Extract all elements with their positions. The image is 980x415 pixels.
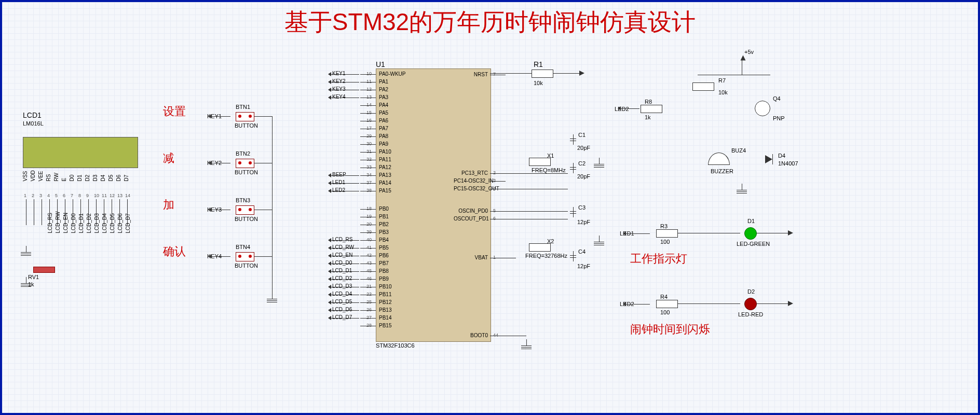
d1-val: LED-GREEN — [737, 241, 770, 247]
mcu-pin-name: NRST — [454, 72, 488, 77]
wire — [506, 219, 568, 219]
mcu-pin-num: 46 — [366, 276, 372, 281]
lcd-pin-label: RS — [46, 174, 51, 182]
mcu-pin-name: PA10 — [379, 149, 391, 155]
r7-val: 10k — [718, 89, 728, 95]
mcu-pin-num: 1 — [493, 255, 496, 260]
wire — [360, 82, 376, 82]
r3-ref: R3 — [660, 223, 668, 229]
mcu-ref: U1 — [376, 60, 385, 68]
mcu-chip — [376, 68, 491, 342]
mcu-net-label: LED1 — [332, 179, 345, 185]
lcd-pin-num: 2 — [32, 193, 34, 198]
lcd-pin-label: D7 — [124, 175, 129, 182]
lcd-pin-num: 3 — [39, 193, 42, 198]
lcd-pin-num: 5 — [55, 193, 58, 198]
mcu-pin-name: PB9 — [379, 276, 389, 282]
resistor-r3 — [656, 229, 678, 238]
mcu-net-label: KEY1 — [332, 71, 346, 76]
mcu-pin-num: 12 — [366, 87, 372, 92]
transistor-q4 — [755, 101, 770, 116]
mcu-pin-name: PA4 — [379, 102, 388, 108]
mcu-pin-num: 2 — [493, 170, 496, 175]
r1-val: 10k — [534, 80, 543, 86]
wire — [490, 75, 506, 75]
wire — [490, 258, 506, 258]
cap-c1 — [573, 134, 574, 145]
x1-val: FREQ=8MHz — [532, 167, 566, 173]
lcd-part: LM016L — [23, 120, 44, 127]
mcu-pin-name: OSCIN_PD0 — [454, 208, 488, 214]
lcd-pin-label: D3 — [92, 175, 98, 182]
wire — [360, 113, 376, 114]
r8-ref: R8 — [645, 99, 652, 105]
lcd-pin-num: 6 — [63, 193, 65, 198]
lcd-pin-num: 10 — [94, 193, 99, 198]
wire — [553, 73, 579, 74]
lcd-net-label: LCD_EN — [63, 213, 69, 233]
mcu-pin-name: PA7 — [379, 126, 388, 131]
wire — [360, 256, 376, 256]
mcu-pin-name: PB3 — [379, 229, 389, 235]
mcu-pin-num: 32 — [366, 157, 372, 162]
mcu-pin-name: PC13_RTC — [454, 170, 488, 176]
button-ref: BTN1 — [236, 104, 250, 110]
cap-c4 — [573, 251, 574, 261]
mcu-net-label: LCD_D0 — [332, 260, 352, 266]
mcu-pin-num: 44 — [493, 333, 498, 338]
wire — [360, 287, 376, 287]
mcu-net-label: LCD_D5 — [332, 299, 352, 305]
lcd-pin-num: 1 — [24, 193, 26, 198]
mcu-pin-name: PB11 — [379, 292, 391, 297]
wire — [360, 271, 376, 272]
x1-ref: X1 — [547, 153, 554, 159]
wire — [360, 326, 376, 326]
mcu-pin-num: 33 — [366, 164, 372, 170]
lcd-net-label: LCD_D3 — [94, 213, 100, 233]
button-caption: 设置 — [163, 104, 186, 119]
mcu-pin-num: 30 — [366, 141, 372, 146]
net-label — [624, 304, 650, 305]
mcu-pin-num: 40 — [366, 237, 372, 242]
button-btn4 — [236, 252, 254, 261]
mcu-pin-name: PB0 — [379, 206, 389, 212]
mcu-pin-num: 31 — [366, 149, 372, 154]
wire — [506, 336, 526, 336]
mcu-pin-name: PB7 — [379, 260, 389, 266]
mcu-pin-name: PB5 — [379, 245, 389, 251]
wire — [360, 225, 376, 225]
wire — [490, 211, 506, 212]
mcu-net-label: LCD_RW — [332, 244, 354, 250]
mcu-net-label: LCD_D2 — [332, 275, 352, 281]
mcu-pin-name: VBAT — [454, 255, 488, 260]
wire — [254, 163, 272, 163]
wire — [360, 152, 376, 153]
lcd-pin-num: 14 — [125, 193, 130, 198]
mcu-pin-num: 4 — [493, 186, 496, 191]
lcd-pin-label: D4 — [100, 175, 106, 182]
lcd-pin-num: 11 — [102, 193, 107, 198]
led-d1 — [744, 227, 757, 240]
mcu-pin-num: 14 — [366, 102, 372, 107]
mcu-pin-num: 25 — [366, 299, 372, 305]
net-label — [210, 163, 230, 163]
button-caption: 确认 — [163, 244, 186, 259]
net-label — [624, 233, 650, 234]
mcu-pin-num: 13 — [366, 94, 372, 100]
cap-c3 — [573, 207, 574, 217]
lcd-pin-label: E — [61, 178, 67, 182]
wire — [678, 303, 740, 304]
wire — [360, 302, 376, 303]
mcu-net-label: LCD_D3 — [332, 283, 352, 289]
net-label — [210, 256, 230, 257]
mcu-pin-name: PB14 — [379, 315, 391, 321]
mcu-pin-num: 39 — [366, 229, 372, 234]
mcu-pin-name: PA15 — [379, 188, 391, 193]
schematic-title: 基于STM32的万年历时钟闹钟仿真设计 — [2, 6, 978, 38]
lcd-pin-label: D2 — [85, 175, 90, 182]
wire — [490, 219, 506, 219]
lcd-display — [23, 137, 138, 168]
wire — [34, 199, 34, 225]
cap-c2 — [573, 163, 574, 173]
mcu-pin-name: PA3 — [379, 94, 388, 100]
